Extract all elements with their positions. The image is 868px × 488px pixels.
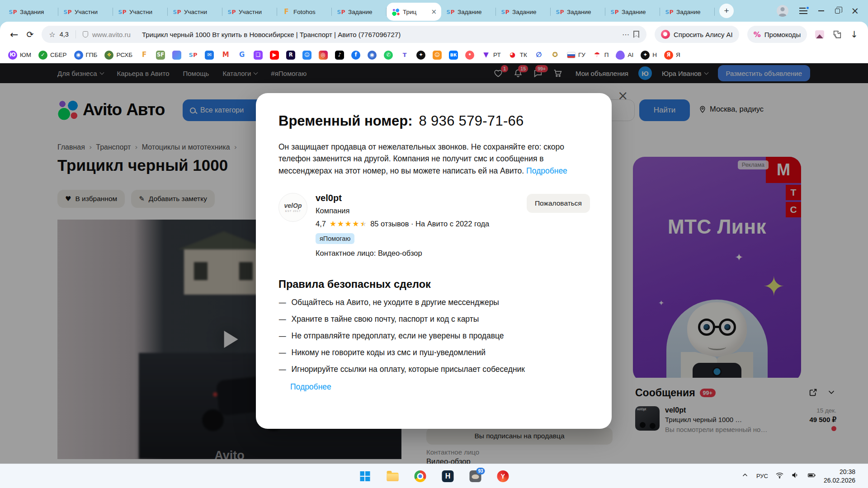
- bookmark-item[interactable]: ГУ: [567, 52, 585, 58]
- bookmark-label: РСХБ: [116, 52, 132, 58]
- browser-tab[interactable]: SP Участни ×: [113, 3, 168, 21]
- new-tab-button[interactable]: +: [719, 4, 734, 18]
- browser-tab[interactable]: SP Задание ×: [660, 3, 715, 21]
- bookmark-favicon: SF: [156, 51, 165, 60]
- browser-tab[interactable]: SP Задание ×: [332, 3, 387, 21]
- overflow-icon[interactable]: ⋯: [622, 30, 629, 39]
- browser-profile-avatar[interactable]: [777, 5, 788, 17]
- safety-rules-title: Правила безопасных сделок: [278, 278, 590, 291]
- bookmark-favicon: ▶: [270, 51, 279, 60]
- address-bar[interactable]: ☆ 4,3 www.avito.ru Трицикл черный 1000 В…: [42, 26, 646, 43]
- browser-tab[interactable]: SP Участни ×: [222, 3, 277, 21]
- seller-reviews[interactable]: 85 отзывов · На Авито с 2022 года: [370, 220, 489, 228]
- screenshot-tool-icon[interactable]: [815, 30, 824, 38]
- security-shield-icon[interactable]: [83, 31, 88, 38]
- seller-name[interactable]: vel0pt: [316, 193, 489, 203]
- bookmark-item[interactable]: вк: [449, 51, 458, 60]
- bookmark-item[interactable]: ♪: [335, 51, 344, 60]
- bookmark-item[interactable]: ▶: [270, 51, 279, 60]
- browser-tab[interactable]: SP Участни ×: [168, 3, 222, 21]
- bookmark-favicon-glyph: ◕: [509, 52, 515, 58]
- tab-favicon-icon: SP: [611, 8, 618, 16]
- bookmark-favicon: ✪: [551, 51, 560, 60]
- bookmark-item[interactable]: ◕ ТК: [508, 51, 527, 60]
- downloads-icon[interactable]: ↓: [850, 29, 858, 40]
- tray-expand-chevron-icon[interactable]: [741, 471, 749, 481]
- bookmark-item[interactable]: f: [351, 51, 360, 60]
- bookmark-item[interactable]: ▼ РТ: [481, 51, 501, 60]
- browser-tab[interactable]: SP Задание ×: [496, 3, 551, 21]
- file-explorer-button[interactable]: [384, 468, 401, 485]
- h-app-icon: H: [442, 470, 454, 482]
- bookmark-item[interactable]: ∅: [534, 51, 543, 60]
- browser-menu-icon[interactable]: [799, 8, 807, 14]
- folder-icon: [387, 473, 399, 481]
- bookmark-item[interactable]: ◉ ГПБ: [74, 51, 98, 60]
- bookmark-item[interactable]: Я Я: [664, 51, 680, 60]
- report-button[interactable]: Пожаловаться: [527, 194, 590, 213]
- h-app-button[interactable]: H: [439, 468, 457, 485]
- start-button[interactable]: [357, 468, 374, 485]
- browser-tab[interactable]: SP Участни ×: [58, 3, 113, 21]
- url-text: www.avito.ru: [92, 31, 131, 38]
- bookmark-item[interactable]: SP: [189, 51, 198, 60]
- bookmark-item[interactable]: т: [400, 51, 409, 60]
- bookmark-item[interactable]: ✆: [384, 51, 393, 60]
- bookmark-favicon: ◉: [74, 51, 83, 60]
- bookmark-item[interactable]: M: [221, 51, 230, 60]
- bookmark-item[interactable]: ✪: [551, 51, 560, 60]
- promocodes-button[interactable]: % Промокоды: [747, 26, 807, 43]
- tab-title: Участни: [239, 9, 273, 15]
- safety-rule-item: — Общайтесь на Авито, не уходите в други…: [278, 298, 590, 307]
- back-button[interactable]: ←: [10, 29, 18, 40]
- bookmark-item[interactable]: ✉: [205, 51, 214, 60]
- bookmark-item[interactable]: ✓ СБЕР: [38, 51, 67, 60]
- bookmark-item[interactable]: ❑: [254, 51, 263, 60]
- bookmark-item[interactable]: ☺: [302, 51, 311, 60]
- bookmark-label: ЮМ: [20, 52, 31, 58]
- bookmark-item[interactable]: ◉: [368, 51, 377, 60]
- ask-alice-button[interactable]: Спросить Алису AI: [655, 26, 739, 43]
- screen: SP Задания × SP Участни × SP Участни ×: [0, 0, 868, 488]
- bookmark-item[interactable]: F: [140, 51, 149, 60]
- extensions-puzzle-icon[interactable]: [832, 29, 842, 39]
- rating-star-icon[interactable]: ☆: [49, 30, 55, 39]
- language-indicator[interactable]: РУС: [756, 473, 768, 479]
- bookmark-item[interactable]: ◎: [319, 51, 328, 60]
- bookmark-flag-icon[interactable]: [633, 31, 639, 38]
- seller-avatar[interactable]: velOp EST 2017: [278, 193, 307, 222]
- battery-icon[interactable]: [807, 471, 816, 481]
- browser-tab[interactable]: SP Задания ×: [4, 3, 58, 21]
- clock[interactable]: 20:38 26.02.2026: [824, 468, 855, 485]
- browser-tab[interactable]: Триц ×: [387, 3, 441, 21]
- chrome-button[interactable]: [412, 468, 429, 485]
- bookmark-item[interactable]: [172, 51, 181, 60]
- reload-button[interactable]: ⟳: [26, 29, 33, 39]
- details-link[interactable]: Подробнее: [526, 166, 567, 175]
- bookmark-item[interactable]: ❖ РСХБ: [104, 51, 132, 60]
- bookmark-item[interactable]: G: [237, 51, 246, 60]
- bookmark-item[interactable]: ✦ Н: [641, 51, 657, 60]
- bookmark-item[interactable]: ☺: [433, 51, 442, 60]
- paint-app-button[interactable]: 93: [467, 468, 484, 485]
- bookmark-item[interactable]: ☂ П: [593, 51, 609, 60]
- window-minimize-button[interactable]: [818, 10, 824, 11]
- bookmark-item[interactable]: ✦: [416, 51, 425, 60]
- bookmark-item[interactable]: •: [465, 51, 474, 60]
- bookmark-item[interactable]: AI: [616, 51, 633, 60]
- browser-tab[interactable]: F Fotohos ×: [277, 3, 332, 21]
- window-restore-button[interactable]: [835, 9, 840, 14]
- browser-tab[interactable]: SP Задание ×: [441, 3, 496, 21]
- browser-tab[interactable]: SP Задание ×: [605, 3, 660, 21]
- modal-close-icon[interactable]: ×: [618, 89, 628, 102]
- browser-tab[interactable]: SP Задание ×: [551, 3, 605, 21]
- bookmark-item[interactable]: Ю ЮМ: [8, 51, 31, 60]
- rules-details-link[interactable]: Подробнее: [290, 382, 331, 392]
- bookmark-item[interactable]: SF: [156, 51, 165, 60]
- volume-icon[interactable]: [791, 471, 800, 481]
- bookmark-item[interactable]: R: [286, 51, 295, 60]
- wifi-icon[interactable]: [775, 471, 784, 481]
- tab-close-icon[interactable]: ×: [431, 8, 437, 16]
- window-close-button[interactable]: ×: [851, 6, 859, 16]
- yandex-browser-button[interactable]: Y: [495, 468, 512, 485]
